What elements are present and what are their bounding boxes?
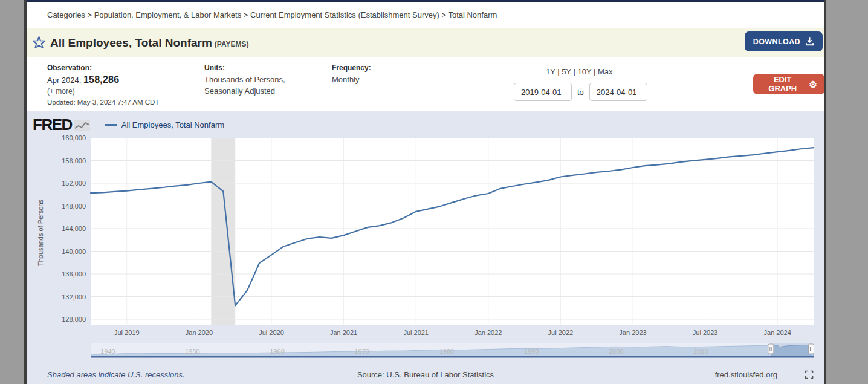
fullscreen-icon[interactable] bbox=[805, 370, 814, 379]
observation-label: Observation: bbox=[47, 63, 199, 72]
svg-text:156,000: 156,000 bbox=[62, 157, 86, 164]
series-id: (PAYEMS) bbox=[215, 40, 249, 48]
svg-text:Jul 2021: Jul 2021 bbox=[403, 329, 429, 336]
observation-period: Apr 2024: bbox=[47, 76, 83, 85]
breadcrumb[interactable]: Categories > Population, Employment, & L… bbox=[47, 10, 497, 19]
range-presets[interactable]: 1Y | 5Y | 10Y | Max bbox=[546, 67, 613, 76]
observation-value: 158,286 bbox=[83, 74, 119, 85]
chart-footer: Shaded areas indicate U.S. recessions. S… bbox=[27, 368, 824, 384]
download-icon bbox=[805, 37, 814, 46]
svg-text:136,000: 136,000 bbox=[62, 270, 86, 278]
frequency-column: Frequency: Monthly bbox=[326, 61, 423, 107]
frequency-label: Frequency: bbox=[332, 63, 423, 72]
svg-text:Jul 2019: Jul 2019 bbox=[114, 329, 140, 336]
edit-graph-button[interactable]: EDIT GRAPH ⚙ bbox=[753, 74, 824, 94]
chart-header: FRED All Employees, Total Nonfarm bbox=[33, 117, 224, 132]
date-range-slider[interactable]: 19401950196019701980199020002010 bbox=[27, 342, 824, 360]
svg-text:144,000: 144,000 bbox=[62, 225, 86, 232]
more-observations-link[interactable]: (+ more) bbox=[47, 87, 199, 96]
chart-section: FRED All Employees, Total Nonfarm Thousa… bbox=[27, 111, 824, 384]
slider-handle-left[interactable] bbox=[768, 344, 774, 354]
svg-text:Jul 2022: Jul 2022 bbox=[548, 329, 574, 336]
observation-column: Observation: Apr 2024: 158,286 (+ more) … bbox=[27, 61, 199, 107]
page-title: All Employees, Total Nonfarm(PAYEMS) bbox=[50, 36, 249, 50]
site-link[interactable]: fred.stlouisfed.org bbox=[715, 370, 777, 379]
to-label: to bbox=[577, 88, 584, 97]
svg-text:Jan 2022: Jan 2022 bbox=[474, 329, 502, 336]
source-text: Source: U.S. Bureau of Labor Statistics bbox=[27, 370, 824, 379]
gear-icon: ⚙ bbox=[809, 80, 817, 89]
screenshot-viewport: Categories > Population, Employment, & L… bbox=[0, 0, 868, 384]
updated-timestamp: Updated: May 3, 2024 7:47 AM CDT bbox=[47, 99, 199, 106]
breadcrumb-row: Categories > Population, Employment, & L… bbox=[27, 2, 824, 28]
svg-text:Jul 2020: Jul 2020 bbox=[259, 329, 284, 336]
svg-text:148,000: 148,000 bbox=[62, 203, 86, 210]
svg-text:128,000: 128,000 bbox=[62, 316, 86, 323]
fred-logo-chart-icon bbox=[74, 120, 90, 131]
end-date-input[interactable] bbox=[589, 83, 647, 101]
svg-text:140,000: 140,000 bbox=[62, 248, 86, 255]
svg-text:Jan 2023: Jan 2023 bbox=[619, 329, 646, 336]
slider-handle-right[interactable] bbox=[809, 344, 814, 354]
edit-graph-label: EDIT GRAPH bbox=[760, 75, 805, 93]
series-header: All Employees, Total Nonfarm(PAYEMS) DOW… bbox=[27, 28, 824, 57]
units-value: Thousands of Persons, Seasonally Adjuste… bbox=[204, 74, 326, 97]
meta-row: Observation: Apr 2024: 158,286 (+ more) … bbox=[27, 57, 824, 111]
svg-text:160,000: 160,000 bbox=[62, 134, 86, 142]
units-column: Units: Thousands of Persons, Seasonally … bbox=[199, 61, 326, 107]
download-label: DOWNLOAD bbox=[753, 37, 800, 46]
start-date-input[interactable] bbox=[514, 83, 572, 101]
main-chart-svg[interactable]: 160,000156,000152,000148,000144,000140,0… bbox=[27, 133, 824, 342]
svg-text:Jan 2021: Jan 2021 bbox=[330, 329, 357, 336]
series-title-text: All Employees, Total Nonfarm bbox=[50, 36, 212, 49]
fred-series-page: Categories > Population, Employment, & L… bbox=[27, 0, 824, 384]
svg-text:Jan 2024: Jan 2024 bbox=[764, 329, 791, 336]
window-right-edge bbox=[824, 0, 826, 384]
frequency-value: Monthly bbox=[332, 74, 423, 86]
download-button[interactable]: DOWNLOAD bbox=[745, 31, 823, 51]
legend-label[interactable]: All Employees, Total Nonfarm bbox=[121, 120, 224, 129]
svg-text:132,000: 132,000 bbox=[62, 293, 86, 301]
observation-value-row: Apr 2024: 158,286 bbox=[47, 74, 199, 85]
legend-line-swatch bbox=[105, 124, 117, 126]
favorite-star-icon[interactable] bbox=[32, 36, 46, 50]
units-label: Units: bbox=[204, 63, 326, 72]
date-range-controls: to bbox=[514, 83, 647, 101]
fred-logo[interactable]: FRED bbox=[33, 117, 72, 132]
svg-text:Jul 2023: Jul 2023 bbox=[693, 329, 718, 336]
svg-text:Jan 2020: Jan 2020 bbox=[186, 329, 213, 336]
svg-text:152,000: 152,000 bbox=[62, 180, 86, 187]
